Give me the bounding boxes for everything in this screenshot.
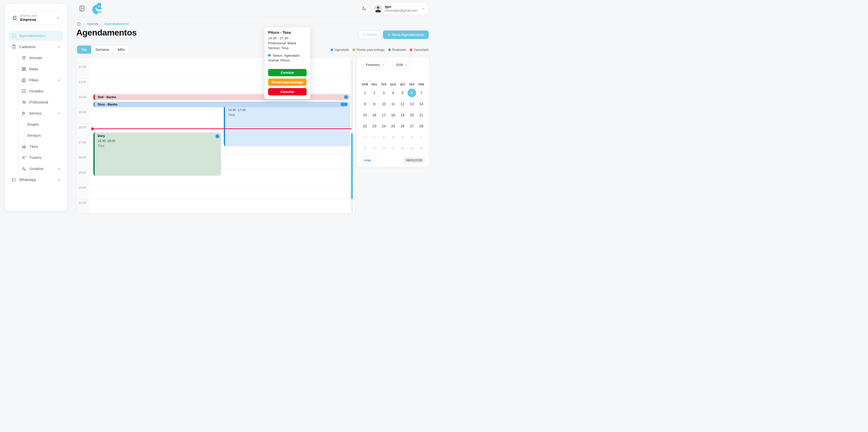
mini-calendar-day[interactable]: 21 — [416, 110, 426, 121]
concluir-button[interactable]: Concluir — [268, 69, 307, 76]
filters-button[interactable]: Filtros — [358, 30, 381, 39]
scrollbar-thumb[interactable] — [351, 133, 353, 199]
breadcrumb-agenda[interactable]: Agenda — [87, 22, 99, 26]
day-calendar: 12:0013:0014:0015:0016:0017:0018:0019:00… — [76, 57, 355, 214]
sidebar-item-filiais[interactable]: Filiais — [19, 75, 63, 85]
month-select[interactable]: Fevereiro — [363, 61, 388, 68]
sidebar-item-profissional[interactable]: Profissional — [19, 97, 63, 107]
mini-calendar-day-selected[interactable]: 6 — [407, 87, 416, 98]
status-dot-icon[interactable] — [216, 135, 219, 138]
company-label: Empresa atual — [20, 14, 54, 17]
home-icon[interactable] — [77, 22, 81, 26]
mini-calendar-day[interactable]: 13 — [407, 98, 416, 110]
hour-line — [76, 93, 355, 94]
event-time: 16:30 -19:30 — [98, 139, 221, 143]
mini-calendar-day[interactable]: 7 — [416, 87, 426, 98]
current-time-dot — [91, 127, 94, 130]
calendar-scrollbar[interactable] — [351, 58, 353, 213]
mini-calendar-day[interactable]: 1 — [360, 132, 370, 143]
mini-calendar-weekday: TER — [379, 83, 389, 86]
red-dot-icon — [410, 49, 412, 51]
sidebar-item-agendamentos[interactable]: Agendamentos — [9, 31, 63, 41]
sidebar-item-grupos[interactable]: Grupos — [24, 119, 63, 129]
mini-calendar-day[interactable]: 2 — [370, 87, 379, 98]
mini-calendar-day[interactable]: 16 — [370, 110, 379, 121]
mini-calendar-day[interactable]: 23 — [370, 121, 379, 132]
view-tabs: Dia Semana Mês — [77, 45, 129, 54]
mini-calendar-day[interactable]: 10 — [379, 143, 389, 154]
mini-calendar-day[interactable]: 11 — [389, 98, 398, 110]
mini-calendar-day[interactable]: 12 — [398, 98, 407, 110]
new-appointment-button[interactable]: + Novo Agendamento — [383, 30, 429, 39]
chevron-down-icon — [422, 7, 425, 10]
mini-calendar-day[interactable]: 19 — [398, 110, 407, 121]
mini-calendar-day[interactable]: 14 — [416, 98, 426, 110]
sidebar-item-animais[interactable]: Animais — [19, 53, 63, 63]
event-dory-banho[interactable]: Dory - Banho — [93, 102, 346, 107]
sidebar-item-feriados[interactable]: Feriados — [19, 86, 63, 96]
mini-calendar-day[interactable]: 4 — [389, 132, 398, 143]
mini-calendar-day[interactable]: 9 — [370, 98, 379, 110]
mini-calendar-day[interactable]: 9 — [370, 143, 379, 154]
mini-calendar-day[interactable]: 22 — [360, 121, 370, 132]
mini-calendar-day[interactable]: 24 — [379, 121, 389, 132]
mini-calendar-day[interactable]: 18 — [389, 110, 398, 121]
user-menu[interactable]: Igor coronaigor@gmail.com — [372, 3, 429, 14]
sidebar-item-cadastros[interactable]: Cadastros — [9, 42, 63, 52]
mini-calendar-weekday: SEG — [370, 83, 379, 86]
mini-calendar-day[interactable]: 12 — [398, 143, 407, 154]
tab-mes[interactable]: Mês — [113, 45, 129, 54]
event-pituco-tosa[interactable]: Pituco 14:30 -17:30 Tosa — [224, 101, 350, 146]
mini-calendar-day[interactable]: 8 — [360, 98, 370, 110]
mini-calendar-day[interactable]: 3 — [379, 87, 389, 98]
pronto-para-entrega-button[interactable]: Pronto para entrega — [268, 79, 307, 86]
mini-calendar-day[interactable]: 25 — [389, 121, 398, 132]
sidebar-item-servicos[interactable]: Serviços — [24, 130, 63, 141]
mini-calendar-day[interactable]: 5 — [398, 87, 407, 98]
mini-calendar-day[interactable]: 8 — [360, 143, 370, 154]
today-button[interactable]: Hoje — [361, 157, 374, 164]
status-dot-icon[interactable] — [341, 103, 344, 106]
sidebar-item-whatsapp[interactable]: WhatsApp — [9, 175, 63, 185]
mini-calendar-day[interactable]: 4 — [389, 87, 398, 98]
mini-calendar-day[interactable]: 20 — [407, 110, 416, 121]
mini-calendar-day[interactable]: 28 — [416, 121, 426, 132]
mini-calendar-day[interactable]: 7 — [416, 132, 426, 143]
mini-calendar-day[interactable]: 2 — [370, 132, 379, 143]
hour-label: 13:00 — [76, 80, 88, 84]
sidebar-item-servico[interactable]: Serviço — [19, 108, 63, 118]
breadcrumb: › Agenda › Agendamentos — [77, 22, 129, 26]
prev-month-button[interactable]: ‹ — [363, 78, 364, 83]
sidebar-item-tutores[interactable]: Tutores — [19, 153, 63, 163]
breadcrumb-agendamentos[interactable]: Agendamentos — [104, 22, 129, 26]
company-selector[interactable]: Empresa atual Empresa — [9, 11, 63, 25]
year-select[interactable]: 2026 — [393, 61, 411, 68]
mini-calendar-day[interactable]: 3 — [379, 132, 389, 143]
next-month-button[interactable]: › — [369, 78, 370, 83]
tab-semana[interactable]: Semana — [91, 45, 113, 54]
tab-dia[interactable]: Dia — [77, 45, 91, 54]
mini-calendar-day[interactable]: 6 — [407, 132, 416, 143]
chevron-up-icon — [57, 112, 61, 115]
event-dory-tosa[interactable]: Dory 16:30 -19:30 Tosa — [93, 132, 221, 176]
sidebar-item-baias[interactable]: Baias — [19, 64, 63, 74]
sidebar-item-taxis[interactable]: Táxis — [19, 142, 63, 152]
mini-calendar-day[interactable]: 10 — [379, 98, 389, 110]
mini-calendar-day[interactable]: 15 — [360, 110, 370, 121]
cancelar-button[interactable]: Cancelar — [268, 88, 307, 95]
mini-calendar-day[interactable]: 17 — [379, 110, 389, 121]
status-dot-icon[interactable] — [344, 95, 348, 99]
mini-calendar-day[interactable]: 5 — [398, 132, 407, 143]
mini-calendar-day[interactable]: 27 — [407, 121, 416, 132]
collapse-sidebar-button[interactable] — [79, 5, 85, 12]
event-didi-banho[interactable]: Didi - Banho — [93, 94, 350, 100]
mini-calendar-day[interactable]: 13 — [407, 143, 416, 154]
mini-calendar-day[interactable]: 26 — [398, 121, 407, 132]
mini-calendar-day[interactable]: 14 — [416, 143, 426, 154]
mini-calendar-day[interactable]: 11 — [389, 143, 398, 154]
dark-mode-toggle[interactable] — [359, 4, 369, 13]
sidebar-item-usuarios[interactable]: Usuários — [19, 164, 63, 174]
plus-icon: + — [388, 33, 390, 37]
status-dot-icon[interactable] — [344, 103, 347, 106]
mini-calendar-day[interactable]: 1 — [360, 87, 370, 98]
